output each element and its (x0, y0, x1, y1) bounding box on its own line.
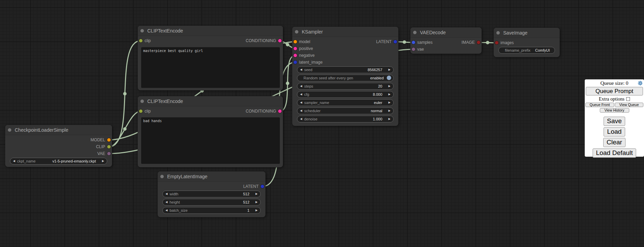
input-dot-images[interactable] (495, 41, 498, 44)
settings-gear-icon[interactable] (638, 81, 643, 86)
toggle-dot[interactable] (387, 76, 391, 80)
decrement-arrow-icon[interactable]: ◀ (300, 116, 302, 122)
widget-label: batch_size (170, 207, 188, 213)
increment-arrow-icon[interactable]: ▶ (388, 67, 391, 73)
widget-label: Random seed after every gen (304, 75, 353, 81)
node-collapse-dot[interactable] (413, 31, 417, 34)
increment-arrow-icon[interactable]: ▶ (388, 108, 391, 114)
decrement-arrow-icon[interactable]: ◀ (165, 191, 168, 197)
node-title-bar[interactable]: CLIPTextEncode (138, 26, 283, 36)
output-dot-CLIP[interactable] (107, 145, 111, 148)
increment-arrow-icon[interactable]: ▶ (102, 158, 104, 164)
input-dot-latent_image[interactable] (294, 61, 297, 64)
output-label: VAE (97, 150, 105, 157)
input-label: clip (145, 108, 151, 115)
node-title: KSampler (302, 29, 323, 35)
increment-arrow-icon[interactable]: ▶ (388, 116, 391, 122)
widget-scheduler[interactable]: ◀▶schedulernormal (297, 107, 394, 114)
clear-button[interactable]: Clear (603, 138, 626, 147)
widget-value: 1.000 (373, 116, 382, 122)
widget-steps[interactable]: ◀▶steps20 (297, 83, 394, 90)
widget-width[interactable]: ◀▶width512 (162, 191, 261, 197)
output-dot-VAE[interactable] (107, 152, 111, 155)
queue-prompt-button[interactable]: Queue Prompt (586, 87, 643, 95)
node-title-bar[interactable]: SaveImage (494, 28, 560, 38)
widget-cfg[interactable]: ◀▶cfg8.000 (297, 91, 394, 98)
vae-decode-node[interactable]: VAEDecodesamplesvaeIMAGE (410, 27, 482, 54)
node-collapse-dot[interactable] (496, 31, 500, 35)
input-dot-clip[interactable] (139, 39, 143, 42)
decrement-arrow-icon[interactable]: ◀ (300, 108, 302, 114)
node-title-bar[interactable]: VAEDecode (410, 27, 482, 38)
decrement-arrow-icon[interactable]: ◀ (165, 207, 168, 213)
widget-label: width (170, 191, 178, 197)
node-title-bar[interactable]: EmptyLatentImage (158, 171, 265, 182)
extra-options-checkbox[interactable] (626, 97, 630, 101)
widget-seed[interactable]: ◀▶seed8566257 (297, 66, 394, 73)
widget-ckpt_name[interactable]: ◀▶ckpt_namev1-5-pruned-emaonly.ckpt (10, 158, 107, 165)
prompt-textarea[interactable]: bad hands (141, 117, 280, 164)
node-title-bar[interactable]: CLIPTextEncode (138, 96, 283, 106)
checkpoint-loader-node[interactable]: CheckpointLoaderSimpleMODELCLIPVAE◀▶ckpt… (5, 125, 112, 167)
decrement-arrow-icon[interactable]: ◀ (300, 100, 302, 106)
widget-denoise[interactable]: ◀▶denoise1.000 (297, 116, 394, 122)
node-collapse-dot[interactable] (295, 30, 298, 34)
increment-arrow-icon[interactable]: ▶ (388, 83, 391, 89)
view-queue-button[interactable]: View Queue (615, 103, 644, 107)
output-dot-IMAGE[interactable] (477, 41, 480, 44)
widget-Random seed after every gen[interactable]: Random seed after every genenabled (297, 75, 394, 81)
prompt-textarea[interactable]: masterpiece best quality girl (141, 47, 280, 88)
widget-height[interactable]: ◀▶height512 (162, 199, 261, 206)
decrement-arrow-icon[interactable]: ◀ (300, 91, 302, 98)
widget-label: cfg (304, 91, 309, 98)
decrement-arrow-icon[interactable]: ◀ (300, 83, 302, 89)
widget-value: ComfyUI (535, 47, 550, 53)
comfyui-canvas[interactable]: { "canvas": { "bg": "#212121", "link_col… (0, 0, 644, 247)
widget-sampler_name[interactable]: ◀▶sampler_nameeuler (297, 99, 394, 106)
decrement-arrow-icon[interactable]: ◀ (300, 67, 302, 73)
load-button[interactable]: Load (604, 127, 625, 136)
ksampler-node[interactable]: KSamplermodelpositivenegativelatent_imag… (292, 27, 398, 126)
widget-label: height (170, 199, 180, 205)
widget-label: steps (304, 83, 313, 89)
clip-text-encode-negative-node[interactable]: CLIPTextEncodeclipCONDITIONINGbad hands (138, 96, 283, 167)
node-collapse-dot[interactable] (140, 29, 144, 32)
increment-arrow-icon[interactable]: ▶ (388, 100, 391, 106)
input-dot-positive[interactable] (294, 47, 297, 50)
load-default-button[interactable]: Load Default (593, 148, 636, 158)
node-collapse-dot[interactable] (160, 175, 164, 178)
input-dot-model[interactable] (294, 40, 297, 43)
increment-arrow-icon[interactable]: ▶ (388, 91, 391, 98)
node-title-bar[interactable]: KSampler (292, 27, 398, 37)
output-dot-CONDITIONING[interactable] (278, 109, 282, 113)
view-history-button[interactable]: View History (600, 108, 629, 113)
output-dot-MODEL[interactable] (107, 138, 111, 142)
widget-filename_prefix[interactable]: filename_prefixComfyUI (498, 47, 555, 54)
decrement-arrow-icon[interactable]: ◀ (165, 199, 168, 205)
save-button[interactable]: Save (604, 117, 625, 126)
queue-front-button[interactable]: Queue Front (585, 103, 614, 107)
input-dot-negative[interactable] (294, 54, 297, 57)
empty-latent-image-node[interactable]: EmptyLatentImageLATENT◀▶width512◀▶height… (158, 171, 265, 217)
input-dot-samples[interactable] (412, 41, 415, 44)
decrement-arrow-icon[interactable]: ◀ (13, 158, 15, 164)
input-dot-clip[interactable] (139, 109, 143, 113)
queue-size-label: Queue size: 0 (585, 79, 644, 86)
input-label: vae (417, 46, 424, 53)
output-dot-LATENT[interactable] (394, 40, 397, 43)
input-dot-vae[interactable] (412, 48, 415, 51)
widget-label: seed (304, 67, 312, 73)
save-image-node[interactable]: SaveImageimagesfilename_prefixComfyUI (494, 28, 560, 57)
node-title-bar[interactable]: CheckpointLoaderSimple (5, 125, 112, 135)
output-dot-LATENT[interactable] (261, 185, 264, 188)
increment-arrow-icon[interactable]: ▶ (256, 199, 258, 205)
node-collapse-dot[interactable] (140, 100, 144, 103)
increment-arrow-icon[interactable]: ▶ (256, 207, 258, 213)
output-dot-CONDITIONING[interactable] (278, 39, 282, 42)
output-label: IMAGE (461, 39, 475, 46)
increment-arrow-icon[interactable]: ▶ (256, 191, 258, 197)
widget-batch_size[interactable]: ◀▶batch_size1 (162, 207, 261, 214)
clip-text-encode-positive-node[interactable]: CLIPTextEncodeclipCONDITIONINGmasterpiec… (138, 26, 283, 90)
node-collapse-dot[interactable] (8, 128, 11, 132)
widget-label: scheduler (304, 108, 321, 114)
